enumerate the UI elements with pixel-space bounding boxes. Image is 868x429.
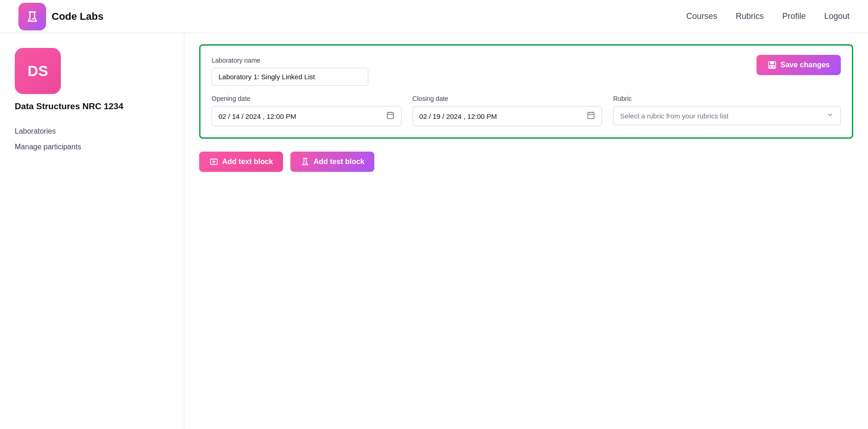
nav-logout[interactable]: Logout: [824, 12, 850, 21]
rubric-select[interactable]: Select a rubric from your rubrics list: [613, 106, 841, 125]
closing-date-group: Closing date 02 / 19 / 2024 , 12:00 PM: [413, 95, 602, 126]
main-content: Save changes Laboratory name Opening dat…: [184, 33, 868, 429]
rubric-placeholder: Select a rubric from your rubrics list: [620, 112, 823, 120]
course-avatar: DS: [15, 48, 61, 94]
closing-date-value: 02 / 19 / 2024 , 12:00 PM: [419, 112, 584, 120]
save-changes-button[interactable]: Save changes: [756, 55, 841, 75]
sidebar: DS Data Structures NRC 1234 Laboratories…: [0, 33, 184, 429]
main-nav: Courses Rubrics Profile Logout: [686, 12, 850, 21]
logo-icon: [18, 3, 46, 30]
add-text-block-button[interactable]: Add text block: [199, 152, 283, 172]
nav-courses[interactable]: Courses: [686, 12, 717, 21]
lab-name-section: Laboratory name: [212, 57, 841, 86]
closing-date-calendar-icon[interactable]: [587, 111, 595, 121]
svg-point-2: [30, 19, 31, 20]
save-icon: [768, 60, 777, 70]
lab-name-input[interactable]: [212, 68, 368, 86]
opening-date-input[interactable]: 02 / 14 / 2024 , 12:00 PM: [212, 106, 402, 126]
dates-rubric-row: Opening date 02 / 14 / 2024 , 12:00 PM: [212, 95, 841, 126]
svg-point-19: [306, 163, 307, 164]
course-avatar-initials: DS: [28, 63, 48, 80]
layout: DS Data Structures NRC 1234 Laboratories…: [0, 33, 868, 429]
nav-rubrics[interactable]: Rubrics: [736, 12, 764, 21]
svg-rect-11: [588, 112, 594, 119]
opening-date-label: Opening date: [212, 95, 402, 102]
svg-point-20: [304, 164, 305, 165]
svg-rect-6: [771, 66, 774, 68]
lab-form-card: Save changes Laboratory name Opening dat…: [199, 44, 853, 139]
logo-text: Code Labs: [52, 11, 103, 23]
rubric-label: Rubric: [613, 95, 841, 102]
closing-date-label: Closing date: [413, 95, 602, 102]
svg-rect-7: [387, 112, 394, 119]
logo-area: Code Labs: [18, 3, 103, 30]
header: Code Labs Courses Rubrics Profile Logout: [0, 0, 868, 33]
action-buttons: Add text block Add test block: [199, 152, 853, 172]
sidebar-item-manage-participants[interactable]: Manage participants: [15, 140, 169, 154]
nav-profile[interactable]: Profile: [782, 12, 806, 21]
sidebar-nav: Laboratories Manage participants: [15, 124, 169, 154]
add-test-block-button[interactable]: Add test block: [290, 152, 374, 172]
lab-name-label: Laboratory name: [212, 57, 841, 64]
test-block-icon: [301, 157, 310, 166]
text-block-icon: [209, 157, 218, 166]
chevron-down-icon: [827, 111, 834, 120]
svg-rect-4: [770, 62, 774, 65]
opening-date-group: Opening date 02 / 14 / 2024 , 12:00 PM: [212, 95, 402, 126]
closing-date-input[interactable]: 02 / 19 / 2024 , 12:00 PM: [413, 106, 602, 126]
svg-rect-0: [24, 8, 41, 25]
svg-point-1: [32, 18, 34, 20]
rubric-group: Rubric Select a rubric from your rubrics…: [613, 95, 841, 125]
course-name: Data Structures NRC 1234: [15, 101, 169, 112]
opening-date-calendar-icon[interactable]: [386, 111, 395, 121]
opening-date-value: 02 / 14 / 2024 , 12:00 PM: [218, 112, 383, 120]
sidebar-item-laboratories[interactable]: Laboratories: [15, 124, 169, 138]
